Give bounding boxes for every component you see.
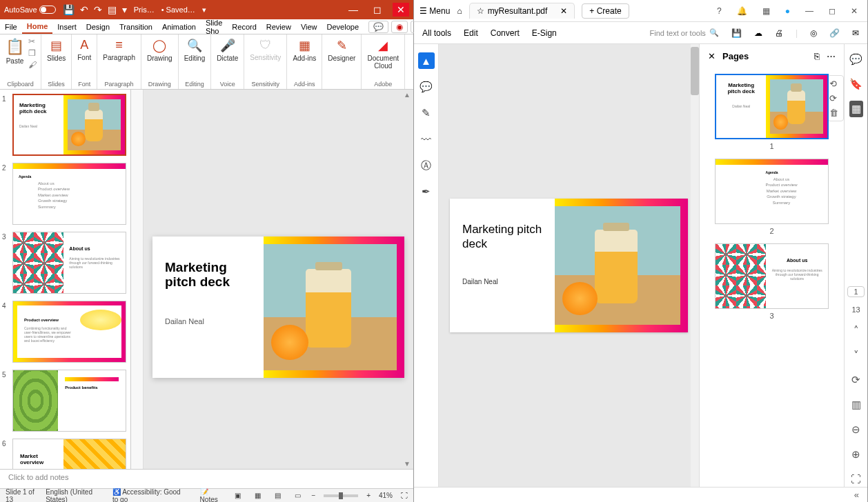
slide-thumb-4[interactable]: 4Product overviewCombining functionality… [4, 301, 126, 363]
save-icon[interactable]: 💾 [63, 4, 75, 15]
slide-indicator[interactable]: Slide 1 of 13 [6, 488, 37, 503]
notes-toggle[interactable]: 📝 Notes [200, 488, 224, 503]
bookmarks-icon[interactable]: 🔖 [847, 76, 865, 92]
pages-more-icon[interactable]: ⋯ [827, 51, 836, 61]
edit-button[interactable]: Edit [464, 28, 478, 38]
page-thumb-3[interactable]: About usAiming to revolutionize industri… [708, 243, 836, 320]
slide-thumb-5[interactable]: 5Product benefits [4, 370, 126, 432]
tab-animations[interactable]: Animation [157, 21, 201, 33]
star-icon[interactable]: ☆ [477, 6, 484, 16]
select-tool[interactable]: ▲ [418, 52, 435, 69]
tab-record[interactable]: Record [227, 21, 261, 33]
rotate-left-icon[interactable]: ⟲ [829, 79, 842, 89]
zoom-out-icon[interactable]: ⊖ [849, 421, 862, 438]
bell-icon[interactable]: 🔔 [733, 5, 751, 17]
ai-icon[interactable]: ◎ [810, 28, 817, 38]
addins-button[interactable]: ▦Add-ins [291, 37, 317, 63]
zoom-slider[interactable] [324, 494, 358, 497]
tab-view[interactable]: View [296, 21, 322, 33]
accessibility-indicator[interactable]: ♿ Accessibility: Good to go [112, 488, 184, 503]
layout-icon[interactable]: ▥ [849, 396, 863, 413]
dictate-button[interactable]: 🎤Dictate [215, 37, 239, 63]
scrollbar[interactable] [691, 44, 699, 487]
link-icon[interactable]: 🔗 [829, 28, 840, 38]
quick-access-toolbar[interactable]: 💾 ↶ ↷ ▤ ▾ [63, 4, 127, 15]
restore-button[interactable]: ◻ [369, 3, 386, 17]
scroll-down-icon[interactable]: ▼ [404, 460, 412, 468]
copy-icon[interactable]: ❐ [28, 48, 37, 58]
tab-close-icon[interactable]: ✕ [560, 6, 567, 16]
close-button[interactable]: ✕ [847, 5, 862, 17]
cut-icon[interactable]: ✂ [28, 37, 37, 46]
thumbnails-icon[interactable]: ▦ [849, 101, 863, 117]
delete-page-icon[interactable]: 🗑 [829, 108, 842, 118]
tab-developer[interactable]: Develope [322, 21, 364, 33]
slides-button[interactable]: ▤Slides [46, 37, 67, 63]
reading-view-button[interactable]: ▤ [272, 492, 284, 499]
sign-tool[interactable]: ✒ [418, 183, 435, 200]
comment-tool[interactable]: 💬 [418, 79, 435, 95]
tab-file[interactable]: File [0, 21, 22, 33]
save-icon[interactable]: 💾 [731, 28, 742, 38]
autosave-toggle[interactable]: AutoSave [4, 6, 56, 14]
rotate-icon[interactable]: ⟳ [849, 372, 862, 388]
slideshow-view-button[interactable]: ▭ [292, 492, 304, 499]
tab-transitions[interactable]: Transition [115, 21, 157, 33]
slide-thumb-2[interactable]: 2AgendaAbout usProduct overviewMarket ov… [4, 163, 126, 225]
home-icon[interactable]: ⌂ [457, 6, 462, 16]
search-field[interactable]: Find text or tools 🔍 [650, 28, 719, 37]
scroll-up-icon[interactable]: ▲ [404, 91, 412, 99]
record-icon[interactable]: ◉ [391, 21, 408, 33]
close-button[interactable]: ✕ [393, 3, 409, 17]
mail-icon[interactable]: ✉ [852, 28, 859, 38]
convert-button[interactable]: Convert [491, 28, 520, 38]
normal-view-button[interactable]: ▣ [232, 492, 244, 499]
zoom-level[interactable]: 41% [379, 492, 393, 499]
slide-author[interactable]: Dailan Neal [165, 317, 251, 325]
pdf-viewport[interactable]: Marketing pitch deck Dailan Neal [439, 44, 699, 487]
create-button[interactable]: + Create [582, 3, 629, 19]
slide-thumb-3[interactable]: 3About usAiming to revolutionize industr… [4, 232, 126, 294]
fullscreen-icon[interactable]: ⛶ [849, 471, 863, 487]
zoom-out-button[interactable]: − [312, 492, 316, 499]
tab-slideshow[interactable]: Slide Sho [201, 17, 227, 37]
highlight-tool[interactable]: ✎ [418, 105, 435, 121]
paragraph-button[interactable]: ≡Paragraph [101, 37, 137, 63]
account-icon[interactable]: ● [781, 5, 794, 17]
current-slide[interactable]: Marketing pitch deck Dailan Neal [152, 237, 404, 378]
all-tools-button[interactable]: All tools [422, 28, 451, 38]
help-icon[interactable]: ? [713, 5, 726, 17]
sorter-view-button[interactable]: ▦ [252, 492, 264, 499]
pdf-page[interactable]: Marketing pitch deck Dailan Neal [450, 199, 688, 332]
tab-design[interactable]: Design [81, 21, 115, 33]
drawing-button[interactable]: ◯Drawing [146, 37, 174, 63]
comments-panel-icon[interactable]: 💬 [847, 51, 865, 68]
print-icon[interactable]: 🖨 [775, 28, 783, 38]
undo-icon[interactable]: ↶ [80, 4, 88, 15]
page-down-icon[interactable]: ˅ [851, 347, 861, 363]
designer-button[interactable]: ✎Designer [326, 37, 357, 63]
maximize-button[interactable]: ◻ [825, 5, 840, 17]
zoom-in-button[interactable]: + [366, 492, 371, 499]
tab-insert[interactable]: Insert [52, 21, 81, 33]
minimize-button[interactable]: — [801, 5, 818, 17]
slide-thumbnails[interactable]: 1Marketing pitch deckDailan Neal2AgendaA… [0, 90, 131, 469]
comments-icon[interactable]: 💬 [368, 21, 388, 33]
pages-close-icon[interactable]: ✕ [708, 51, 716, 61]
fit-button[interactable]: ⛶ [401, 492, 408, 499]
document-cloud-button[interactable]: ◢Document Cloud [366, 37, 400, 71]
tab-home[interactable]: Home [22, 20, 53, 34]
page-thumb-1[interactable]: Marketing pitch deckDailan Neal1 [708, 74, 836, 150]
collapse-icon[interactable]: « [854, 490, 859, 500]
page-up-icon[interactable]: ˄ [851, 322, 861, 339]
rotate-right-icon[interactable]: ⟳ [829, 93, 842, 103]
page-number-field[interactable]: 1 [847, 286, 864, 297]
text-tool[interactable]: Ⓐ [418, 157, 435, 174]
esign-button[interactable]: E-Sign [532, 28, 557, 38]
page-thumb-2[interactable]: AgendaAbout usProduct overviewMarket ove… [708, 159, 836, 235]
notes-pane[interactable]: Click to add notes [0, 469, 413, 488]
slide-title[interactable]: Marketing pitch deck [165, 260, 251, 290]
slide-thumb-1[interactable]: 1Marketing pitch deckDailan Neal [4, 94, 126, 156]
editing-button[interactable]: 🔍Editing [183, 37, 207, 63]
reorder-tools[interactable]: ⟲ ⟳ 🗑 [827, 75, 844, 121]
